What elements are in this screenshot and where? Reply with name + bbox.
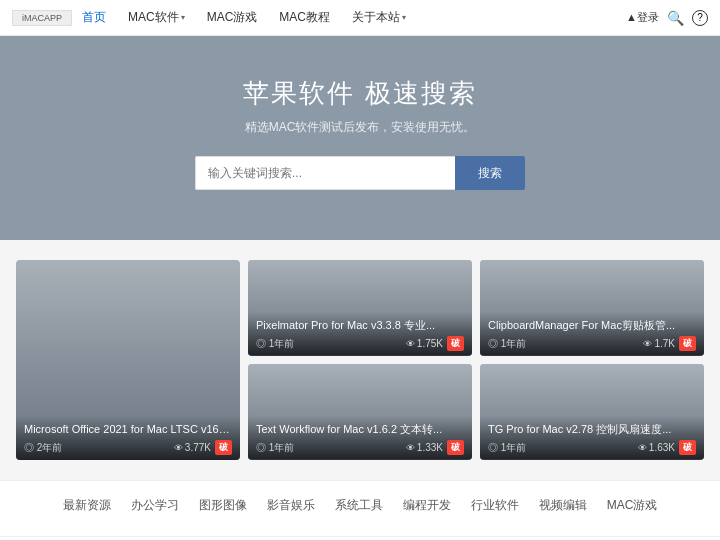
card-info-clipboard: ClipboardManager For Mac剪贴板管... ◎ 1年前 👁 … — [480, 312, 704, 356]
card-info-pixelmator: Pixelmator Pro for Mac v3.3.8 专业... ◎ 1年… — [248, 312, 472, 356]
card-meta-clipboard: ◎ 1年前 👁 1.7K 破 — [488, 336, 696, 351]
card-badge-textworkflow: 破 — [447, 440, 464, 455]
card-microsoft-office[interactable]: Microsoft Office 2021 for Mac LTSC v16.6… — [16, 260, 240, 460]
card-badge-clipboard: 破 — [679, 336, 696, 351]
nav-mac-games[interactable]: MAC游戏 — [197, 5, 268, 30]
card-meta-pixelmator: ◎ 1年前 👁 1.75K 破 — [256, 336, 464, 351]
cards-grid: Microsoft Office 2021 for Mac LTSC v16.6… — [16, 260, 704, 460]
hero-subtitle: 精选MAC软件测试后发布，安装使用无忧。 — [20, 119, 700, 136]
hero-title: 苹果软件 极速搜索 — [20, 76, 700, 111]
card-views-textworkflow: 👁 1.33K — [406, 442, 443, 453]
cards-section: Microsoft Office 2021 for Mac LTSC v16.6… — [0, 240, 720, 480]
card-views-large: 👁 3.77K — [174, 442, 211, 453]
card-meta-tgpro: ◎ 1年前 👁 1.63K 破 — [488, 440, 696, 455]
eye-icon-textworkflow: 👁 — [406, 443, 415, 453]
nav-mac-tutorials[interactable]: MAC教程 — [269, 5, 340, 30]
footer-thumbnails: Pixelmator Pro for Mac v3.3.8 专业图像编辑软件 中… — [0, 536, 720, 540]
card-badge-pixelmator: 破 — [447, 336, 464, 351]
card-title-textworkflow: Text Workflow for Mac v1.6.2 文本转... — [256, 422, 464, 436]
cat-industry[interactable]: 行业软件 — [471, 497, 519, 514]
search-icon[interactable]: 🔍 — [667, 10, 684, 26]
card-textworkflow[interactable]: Text Workflow for Mac v1.6.2 文本转... ◎ 1年… — [248, 364, 472, 460]
nav-mac-software[interactable]: MAC软件 ▾ — [118, 5, 195, 30]
cat-office[interactable]: 办公学习 — [131, 497, 179, 514]
cat-system[interactable]: 系统工具 — [335, 497, 383, 514]
header: iMACAPP 首页 MAC软件 ▾ MAC游戏 MAC教程 关于本站 ▾ ▲登… — [0, 0, 720, 36]
card-time-pixelmator: ◎ 1年前 — [256, 337, 294, 351]
login-button[interactable]: ▲登录 — [626, 10, 659, 25]
card-meta-textworkflow: ◎ 1年前 👁 1.33K 破 — [256, 440, 464, 455]
nav-about[interactable]: 关于本站 ▾ — [342, 5, 416, 30]
logo-text: iMACAPP — [22, 13, 62, 23]
cat-media[interactable]: 影音娱乐 — [267, 497, 315, 514]
card-clipboard[interactable]: ClipboardManager For Mac剪贴板管... ◎ 1年前 👁 … — [480, 260, 704, 356]
footer-categories: 最新资源 办公学习 图形图像 影音娱乐 系统工具 编程开发 行业软件 视频编辑 … — [0, 480, 720, 536]
eye-icon-tgpro: 👁 — [638, 443, 647, 453]
card-badge-tgpro: 破 — [679, 440, 696, 455]
search-button[interactable]: 搜索 — [455, 156, 525, 190]
card-views-clipboard: 👁 1.7K — [643, 338, 675, 349]
card-title-pixelmator: Pixelmator Pro for Mac v3.3.8 专业... — [256, 318, 464, 332]
card-time-large: ◎ 2年前 — [24, 441, 62, 455]
cat-latest[interactable]: 最新资源 — [63, 497, 111, 514]
search-input[interactable] — [195, 156, 455, 190]
cat-graphics[interactable]: 图形图像 — [199, 497, 247, 514]
logo[interactable]: iMACAPP — [12, 10, 72, 26]
cat-video[interactable]: 视频编辑 — [539, 497, 587, 514]
main-nav: 首页 MAC软件 ▾ MAC游戏 MAC教程 关于本站 ▾ — [72, 5, 626, 30]
help-icon[interactable]: ? — [692, 10, 708, 26]
nav-about-arrow: ▾ — [402, 13, 406, 22]
hero-section: 苹果软件 极速搜索 精选MAC软件测试后发布，安装使用无忧。 搜索 — [0, 36, 720, 240]
card-title-tgpro: TG Pro for Mac v2.78 控制风扇速度... — [488, 422, 696, 436]
card-views-tgpro: 👁 1.63K — [638, 442, 675, 453]
card-time-textworkflow: ◎ 1年前 — [256, 441, 294, 455]
eye-icon-pixelmator: 👁 — [406, 339, 415, 349]
card-info-tgpro: TG Pro for Mac v2.78 控制风扇速度... ◎ 1年前 👁 1… — [480, 416, 704, 460]
cat-dev[interactable]: 编程开发 — [403, 497, 451, 514]
card-title-large: Microsoft Office 2021 for Mac LTSC v16.6… — [24, 422, 232, 436]
card-title-clipboard: ClipboardManager For Mac剪贴板管... — [488, 318, 696, 332]
card-tgpro[interactable]: TG Pro for Mac v2.78 控制风扇速度... ◎ 1年前 👁 1… — [480, 364, 704, 460]
nav-home[interactable]: 首页 — [72, 5, 116, 30]
card-meta-large: ◎ 2年前 👁 3.77K 破 — [24, 440, 232, 455]
search-bar: 搜索 — [20, 156, 700, 190]
eye-icon-clipboard: 👁 — [643, 339, 652, 349]
cat-games[interactable]: MAC游戏 — [607, 497, 658, 514]
eye-icon-large: 👁 — [174, 443, 183, 453]
nav-mac-software-arrow: ▾ — [181, 13, 185, 22]
card-time-tgpro: ◎ 1年前 — [488, 441, 526, 455]
card-pixelmator[interactable]: Pixelmator Pro for Mac v3.3.8 专业... ◎ 1年… — [248, 260, 472, 356]
header-actions: ▲登录 🔍 ? — [626, 10, 708, 26]
card-info-textworkflow: Text Workflow for Mac v1.6.2 文本转... ◎ 1年… — [248, 416, 472, 460]
card-badge-large: 破 — [215, 440, 232, 455]
card-info-large: Microsoft Office 2021 for Mac LTSC v16.6… — [16, 416, 240, 460]
cats-row: 最新资源 办公学习 图形图像 影音娱乐 系统工具 编程开发 行业软件 视频编辑 … — [20, 497, 700, 514]
card-time-clipboard: ◎ 1年前 — [488, 337, 526, 351]
card-views-pixelmator: 👁 1.75K — [406, 338, 443, 349]
